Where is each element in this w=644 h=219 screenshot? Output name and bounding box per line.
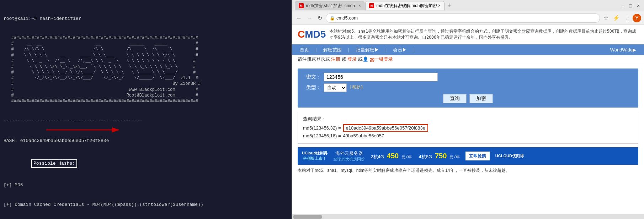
terminal-window: root@kali:~# hash-identifier ###########… (0, 0, 292, 219)
promo2-price: 750 (435, 152, 447, 160)
promo1-price: 450 (387, 152, 399, 160)
result1-value: e10adc3949ba59abbe56e057f20f883e (343, 124, 428, 132)
type-label: 类型： (303, 84, 321, 91)
lock-icon: 🔒 (330, 16, 335, 21)
separator-line: ----------------------------------------… (4, 117, 288, 124)
results-section: 查询结果： md5(123456,32) = e10adc3949ba59abb… (298, 112, 638, 144)
nav-home[interactable]: 首页 (298, 46, 311, 54)
register-link[interactable]: 注册 (331, 57, 340, 62)
password-row: 密文： (303, 73, 633, 81)
encrypt-button[interactable]: 加密 (469, 94, 493, 103)
reload-button[interactable]: ↻ (316, 14, 324, 22)
result2-key: md5(123456,16) = (303, 133, 341, 138)
promo1-unit: 元/年 (401, 155, 412, 159)
hash-art: ########################################… (4, 35, 288, 104)
password-input[interactable] (324, 73, 438, 81)
tab-close-1[interactable]: × (358, 4, 361, 8)
possible-item-1: [+] MD5 (4, 182, 288, 188)
logo-c: C (298, 29, 305, 40)
help-link[interactable]: [帮助] (350, 84, 363, 91)
query-section: 密文： 类型： 自动 MD5 SHA1 [帮助] 查询 加密 (298, 69, 638, 108)
promo2-spec: 4核8G (419, 154, 432, 159)
window-controls: − □ × (620, 3, 641, 9)
cmd5-logo: CMD5 (298, 29, 326, 40)
result-row-1: md5(123456,32) = e10adc3949ba59abbe56e05… (303, 124, 633, 132)
tabs-row: M md5加密,sha1加密--cmd5 × M md5在线解密破解,md5解密… (295, 1, 617, 10)
result1-key: md5(123456,32) = (303, 125, 341, 131)
tab-label-2: md5在线解密破解,md5解密加密 × (376, 3, 440, 9)
nav-batch-decrypt[interactable]: 批量解密▶ (354, 46, 381, 54)
banner-tagline: 科创板上市！ (302, 156, 328, 161)
login-link[interactable]: 登录 (347, 57, 357, 62)
banner-item1-sub: 全球19大机房同价 (333, 157, 365, 162)
back-button[interactable]: ← (295, 14, 303, 22)
new-tab-button[interactable]: + (445, 1, 453, 10)
banner-brand2: UCLOUD优刻得 (495, 153, 524, 159)
login-row: 请注册或登录或 注册 或 登录 或👤 gg一键登录 (292, 55, 644, 64)
scrollbar-thumb[interactable] (293, 215, 322, 219)
promo2-unit: 元/年 (449, 155, 460, 159)
tab-md5-encrypt[interactable]: M md5加密,sha1加密--cmd5 × (295, 1, 364, 10)
profile-button[interactable]: Y (633, 14, 641, 22)
minimize-button[interactable]: − (620, 3, 626, 9)
browser-actions: ☆ ⚡ ⋮ Y (602, 14, 641, 22)
promo-banner: UCloud优刻得 科创板上市！ 海外云服务器 全球19大机房同价 2核4G 4… (298, 147, 638, 165)
tab-label-1: md5加密,sha1加密--cmd5 (306, 3, 355, 9)
gg-login-link[interactable]: gg一键登录 (369, 57, 393, 62)
type-row: 类型： 自动 MD5 SHA1 [帮助] (303, 83, 633, 92)
tab-md5-decrypt[interactable]: M md5在线解密破解,md5解密加密 × (365, 1, 444, 10)
horizontal-scrollbar[interactable] (292, 214, 644, 219)
terminal-prompt: root@kali:~# hash-identifier (4, 16, 288, 22)
banner-cta-button[interactable]: 立即抢购 (465, 152, 490, 160)
site-nav: 首页 | 解密范围 | 批量解密▶ | 会员▶ | WorldWide▶ (292, 45, 644, 55)
extensions-button[interactable]: ⚡ (611, 14, 621, 22)
site-description: 本站针对md5、sha1等全球通用的加密算法进行反向查询，通过穷举字符组合的方式… (329, 28, 638, 41)
query-button[interactable]: 查询 (443, 94, 467, 103)
site-header: CMD5 本站针对md5、sha1等全球通用的加密算法进行反向查询，通过穷举字符… (292, 25, 644, 45)
password-label: 密文： (303, 74, 321, 80)
query-buttons: 查询 加密 (303, 94, 633, 103)
banner-brand: UCloud优刻得 科创板上市！ (302, 150, 328, 161)
tab-favicon-1: M (299, 3, 304, 8)
result2-value: 49ba59abbe56e057 (343, 133, 384, 138)
possible-hashs-label: Possible Hashs: (31, 159, 77, 168)
maximize-button[interactable]: □ (628, 3, 633, 9)
footer-note: 本站对于md5、sha1、mysql、ntlm等的实时解密成功率在全球遥遥领先。… (298, 168, 638, 174)
possible-item-2: [+] Domain Cached Credentials - MD4(MD4(… (4, 202, 288, 208)
address-bar: ← → ↻ 🔒 cmd5.com ☆ ⚡ ⋮ Y (292, 11, 644, 25)
nav-worldwide[interactable]: WorldWide▶ (608, 46, 638, 53)
result-row-2: md5(123456,16) = 49ba59abbe56e057 (303, 133, 633, 138)
possible-hashs-container: Possible Hashs: (15, 153, 77, 175)
tab-favicon-2: M (369, 3, 374, 8)
bookmark-button[interactable]: ☆ (602, 14, 610, 22)
close-button[interactable]: × (635, 3, 641, 9)
url-text: cmd5.com (336, 15, 358, 21)
browser-window: M md5加密,sha1加密--cmd5 × M md5在线解密破解,md5解密… (292, 0, 644, 219)
nav-member[interactable]: 会员▶ (391, 46, 409, 54)
promo-item-server: 海外云服务器 全球19大机房同价 (333, 150, 365, 162)
title-bar: M md5加密,sha1加密--cmd5 × M md5在线解密破解,md5解密… (292, 0, 644, 11)
banner-item1-title: 海外云服务器 (333, 150, 365, 157)
promo1-spec: 2核4G (371, 154, 384, 159)
results-title: 查询结果： (303, 116, 633, 122)
nav-decrypt-range[interactable]: 解密范围 (321, 46, 344, 54)
promo-item-2: 4核8G 750 元/年 (419, 152, 460, 160)
hash-display: HASH: e10adc3949ba59abbe56e057f20f883e (4, 138, 288, 144)
forward-button[interactable]: → (305, 14, 314, 22)
logo-md5: MD5 (305, 29, 326, 40)
settings-button[interactable]: ⋮ (623, 14, 631, 22)
page-content: CMD5 本站针对md5、sha1等全球通用的加密算法进行反向查询，通过穷举字符… (292, 25, 644, 214)
login-text: 请注册或登录或 (298, 57, 330, 62)
type-select[interactable]: 自动 MD5 SHA1 (324, 83, 347, 92)
url-box[interactable]: 🔒 cmd5.com (326, 13, 600, 23)
banner-promo-prices: 2核4G 450 元/年 4核8G 750 元/年 (371, 152, 459, 160)
promo-item-1: 2核4G 450 元/年 (371, 152, 411, 160)
